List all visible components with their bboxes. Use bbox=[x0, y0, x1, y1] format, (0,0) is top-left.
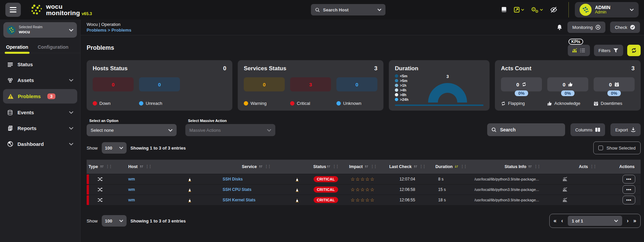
tab-configuration[interactable]: Configuration bbox=[38, 44, 68, 53]
metrics-chart-icon[interactable] bbox=[562, 187, 567, 192]
massive-action-select[interactable]: Massive Actions bbox=[185, 124, 275, 136]
service-link[interactable]: SSH Kernel Stats bbox=[223, 198, 256, 202]
header-duration[interactable]: Duration⋮⋮ bbox=[431, 160, 471, 174]
host-link[interactable]: wm bbox=[128, 198, 135, 202]
app-version: v65.3 bbox=[82, 11, 92, 16]
next-page-button[interactable]: › bbox=[627, 218, 629, 224]
assets-cluster-icon bbox=[7, 78, 13, 83]
header-status-info[interactable]: Status Info⋮⋮ bbox=[471, 160, 573, 174]
acts-count-card: Acts Count 3 0 0% Flapping 0 bbox=[495, 60, 641, 111]
breadcrumb-parent[interactable]: Problems bbox=[87, 28, 106, 33]
user-menu[interactable]: ADMIN Admin bbox=[575, 2, 639, 17]
host-link[interactable]: wm bbox=[128, 177, 135, 182]
critical-row-stripe bbox=[87, 174, 89, 184]
card-title: Duration bbox=[395, 65, 418, 72]
page-size-select[interactable]: 100 bbox=[102, 142, 127, 154]
breadcrumb: Wocu | Operation Problems > Problems bbox=[87, 22, 131, 33]
export-button[interactable]: Export bbox=[610, 123, 641, 136]
gauge-arc bbox=[425, 80, 470, 103]
search-input[interactable] bbox=[500, 127, 561, 132]
previous-page-button[interactable]: ‹ bbox=[561, 218, 563, 224]
table-row[interactable]: wm SSH CPU Stats CRITICAL ☆☆☆☆☆ 12:06:58… bbox=[87, 184, 641, 195]
sidebar-item-problems[interactable]: Problems 3 bbox=[3, 89, 77, 104]
app-logo: wocu monitoringv65.3 bbox=[31, 3, 92, 16]
header-type[interactable]: Type⋮⋮ bbox=[87, 160, 113, 174]
downtimes-stat[interactable]: 0 0% Downtimes bbox=[594, 77, 635, 106]
status-badge: CRITICAL bbox=[314, 176, 338, 182]
check-button[interactable]: Check bbox=[610, 22, 640, 33]
page-size-select[interactable]: 100 bbox=[102, 215, 127, 227]
drag-handle-icon[interactable]: ⋮⋮ bbox=[419, 164, 425, 169]
hamburger-menu-button[interactable] bbox=[5, 3, 21, 17]
drag-handle-icon[interactable]: ⋮⋮ bbox=[332, 164, 338, 169]
header-status[interactable]: Status⋮⋮ bbox=[310, 160, 342, 174]
drag-handle-icon[interactable]: ⋮⋮ bbox=[460, 164, 466, 169]
header-last-check[interactable]: Last Check⋮⋮ bbox=[384, 160, 431, 174]
drag-handle-icon[interactable]: ⋮⋮ bbox=[265, 164, 271, 169]
first-page-button[interactable]: « bbox=[554, 218, 557, 224]
row-actions-button[interactable]: ••• bbox=[623, 175, 635, 184]
drag-handle-icon[interactable]: ⋮⋮ bbox=[145, 164, 151, 169]
refresh-button[interactable] bbox=[627, 45, 641, 56]
services-critical-stat[interactable]: 3 Critical bbox=[290, 77, 331, 106]
duration-legend: <5m >5m >1h >4h >8h >24h bbox=[395, 74, 408, 103]
host-link[interactable]: wm bbox=[128, 187, 135, 192]
chevron-down-icon bbox=[69, 111, 74, 114]
table-row[interactable]: wm SSH Disks CRITICAL ☆☆☆☆☆ 12:07:04 8 s… bbox=[87, 174, 641, 184]
card-total: 3 bbox=[374, 65, 377, 72]
drag-handle-icon[interactable]: ⋮⋮ bbox=[106, 164, 112, 169]
impact-stars: ☆☆☆☆☆ bbox=[351, 197, 375, 203]
service-link[interactable]: SSH CPU Stats bbox=[223, 187, 251, 192]
last-page-button[interactable]: » bbox=[633, 218, 636, 224]
drag-handle-icon[interactable]: ⋮⋮ bbox=[534, 164, 540, 169]
sidebar-item-events[interactable]: Events bbox=[0, 105, 80, 120]
kpis-toggle-button[interactable] bbox=[568, 45, 590, 56]
header-acts[interactable]: Acts⋮⋮ bbox=[573, 160, 602, 174]
drag-handle-icon[interactable]: ⋮⋮ bbox=[590, 164, 596, 169]
search-icon bbox=[315, 7, 320, 12]
search-host-dropdown[interactable]: Search Host bbox=[311, 4, 385, 15]
database-icon bbox=[7, 110, 13, 115]
realm-selector[interactable]: Selected Realm wocu bbox=[3, 22, 77, 38]
header-host[interactable]: Host⋮⋮ bbox=[113, 160, 202, 174]
sidebar-item-reports[interactable]: Reports bbox=[0, 120, 80, 136]
row-actions-button[interactable]: ••• bbox=[623, 196, 635, 204]
linux-tux-icon bbox=[188, 187, 192, 192]
option-select[interactable]: Select none bbox=[87, 124, 177, 136]
chevron-down-icon bbox=[168, 129, 173, 132]
search-icon bbox=[491, 127, 497, 132]
massive-action-label: Select Massive Action bbox=[188, 119, 275, 123]
unknown-dot bbox=[336, 101, 341, 106]
flapping-stat[interactable]: 0 0% Flapping bbox=[501, 77, 542, 106]
sidebar-item-dashboard[interactable]: Dashboard bbox=[0, 136, 80, 152]
services-warning-stat[interactable]: 0 Warning bbox=[244, 77, 285, 106]
filters-button[interactable]: Filters bbox=[594, 45, 623, 56]
header-service[interactable]: Service⋮⋮ bbox=[202, 160, 310, 174]
metrics-chart-icon[interactable] bbox=[562, 198, 567, 202]
notification-bell-icon[interactable] bbox=[556, 24, 563, 31]
header-impact[interactable]: Impact⋮⋮ bbox=[342, 160, 384, 174]
row-actions-button[interactable]: ••• bbox=[623, 185, 635, 194]
settings-gears-menu[interactable]: ⚙⚙ bbox=[531, 6, 543, 13]
hosts-down-stat[interactable]: 0 Down bbox=[93, 77, 134, 106]
eye-slash-icon[interactable] bbox=[550, 6, 558, 13]
table-row[interactable]: wm SSH Kernel Stats CRITICAL ☆☆☆☆☆ 12:06… bbox=[87, 195, 641, 205]
columns-button[interactable]: Columns bbox=[570, 123, 605, 136]
tab-operation[interactable]: Operation bbox=[6, 44, 28, 53]
documentation-book-icon[interactable] bbox=[501, 6, 507, 13]
external-tools-menu[interactable] bbox=[514, 7, 524, 13]
service-link[interactable]: SSH Disks bbox=[223, 177, 243, 182]
metrics-chart-icon[interactable] bbox=[562, 177, 567, 181]
acknowledge-stat[interactable]: 0 0% Acknowledge bbox=[547, 77, 588, 106]
drag-handle-icon[interactable]: ⋮⋮ bbox=[370, 164, 376, 169]
shuffle-type-icon bbox=[87, 198, 113, 202]
linux-tux-icon bbox=[188, 177, 192, 182]
hosts-unreach-stat[interactable]: 0 Unreach bbox=[139, 77, 180, 106]
show-selected-toggle[interactable]: Show Selected bbox=[593, 142, 641, 154]
monitoring-button[interactable]: Monitoring bbox=[567, 22, 605, 33]
services-unknown-stat[interactable]: 0 Unknown bbox=[336, 77, 377, 106]
sidebar-item-assets[interactable]: Assets bbox=[0, 72, 80, 88]
status-list-icon bbox=[7, 62, 13, 67]
sidebar-item-status[interactable]: Status bbox=[0, 56, 80, 72]
page-select[interactable]: 1 of 1 bbox=[568, 216, 622, 226]
